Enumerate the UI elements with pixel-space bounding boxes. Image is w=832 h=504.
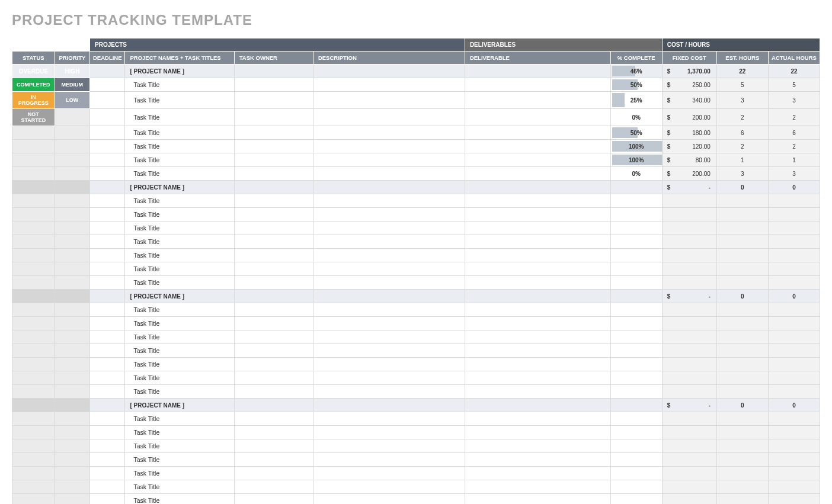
- actual-hours-cell[interactable]: [768, 303, 820, 317]
- actual-hours-cell[interactable]: [768, 439, 820, 453]
- task-owner-cell[interactable]: [234, 276, 313, 290]
- priority-cell[interactable]: [55, 194, 89, 208]
- task-owner-cell[interactable]: [234, 344, 313, 358]
- description-cell[interactable]: [313, 317, 465, 330]
- pct-complete-cell[interactable]: [610, 208, 662, 221]
- status-cell[interactable]: [12, 208, 55, 221]
- status-cell[interactable]: [12, 399, 55, 412]
- status-cell[interactable]: [12, 303, 55, 317]
- priority-cell[interactable]: [55, 181, 89, 194]
- pct-complete-cell[interactable]: [610, 358, 662, 371]
- pct-complete-cell[interactable]: 100%: [610, 140, 662, 153]
- task-title-cell[interactable]: Task Title: [125, 78, 234, 92]
- deliverable-cell[interactable]: [465, 167, 610, 181]
- description-cell[interactable]: [313, 358, 465, 371]
- deadline-cell[interactable]: [90, 208, 125, 221]
- actual-hours-cell[interactable]: [768, 221, 820, 235]
- actual-hours-cell[interactable]: [768, 235, 820, 249]
- deliverable-cell[interactable]: [465, 344, 610, 358]
- fixed-cost-cell[interactable]: [662, 276, 716, 290]
- task-owner-cell[interactable]: [234, 249, 313, 262]
- description-cell[interactable]: [313, 303, 465, 317]
- fixed-cost-cell[interactable]: [662, 494, 716, 505]
- est-hours-cell[interactable]: [716, 358, 768, 371]
- deliverable-cell[interactable]: [465, 249, 610, 262]
- deliverable-cell[interactable]: [465, 78, 610, 92]
- fixed-cost-cell[interactable]: $200.00: [662, 109, 716, 126]
- deliverable-cell[interactable]: [465, 426, 610, 439]
- actual-hours-cell[interactable]: 2: [768, 109, 820, 126]
- est-hours-cell[interactable]: [716, 480, 768, 494]
- deadline-cell[interactable]: [90, 303, 125, 317]
- actual-hours-cell[interactable]: [768, 412, 820, 426]
- deadline-cell[interactable]: [90, 65, 125, 78]
- deadline-cell[interactable]: [90, 235, 125, 249]
- fixed-cost-cell[interactable]: [662, 426, 716, 439]
- priority-cell[interactable]: [55, 126, 89, 140]
- task-title-cell[interactable]: Task Title: [125, 249, 234, 262]
- description-cell[interactable]: [313, 140, 465, 153]
- task-owner-cell[interactable]: [234, 208, 313, 221]
- col-deliverable[interactable]: DELIVERABLE: [465, 52, 610, 65]
- actual-hours-cell[interactable]: [768, 358, 820, 371]
- deliverable-cell[interactable]: [465, 453, 610, 467]
- description-cell[interactable]: [313, 399, 465, 412]
- est-hours-cell[interactable]: [716, 303, 768, 317]
- deadline-cell[interactable]: [90, 453, 125, 467]
- task-owner-cell[interactable]: [234, 78, 313, 92]
- task-owner-cell[interactable]: [234, 290, 313, 303]
- pct-complete-cell[interactable]: [610, 439, 662, 453]
- deliverable-cell[interactable]: [465, 467, 610, 480]
- deliverable-cell[interactable]: [465, 235, 610, 249]
- actual-hours-cell[interactable]: 3: [768, 92, 820, 109]
- priority-pill-high[interactable]: HIGH: [55, 65, 89, 78]
- status-cell[interactable]: [12, 181, 55, 194]
- deliverable-cell[interactable]: [465, 92, 610, 109]
- task-title-cell[interactable]: Task Title: [125, 221, 234, 235]
- status-cell[interactable]: [12, 494, 55, 505]
- task-owner-cell[interactable]: [234, 358, 313, 371]
- deadline-cell[interactable]: [90, 439, 125, 453]
- status-cell[interactable]: [12, 412, 55, 426]
- priority-cell[interactable]: [55, 140, 89, 153]
- pct-complete-cell[interactable]: [610, 194, 662, 208]
- deadline-cell[interactable]: [90, 344, 125, 358]
- priority-cell[interactable]: [55, 317, 89, 330]
- deadline-cell[interactable]: [90, 399, 125, 412]
- priority-cell[interactable]: [55, 412, 89, 426]
- status-cell[interactable]: [12, 439, 55, 453]
- task-title-cell[interactable]: Task Title: [125, 140, 234, 153]
- pct-complete-cell[interactable]: [610, 399, 662, 412]
- status-cell[interactable]: [12, 480, 55, 494]
- fixed-cost-cell[interactable]: [662, 249, 716, 262]
- task-title-cell[interactable]: Task Title: [125, 109, 234, 126]
- task-owner-cell[interactable]: [234, 181, 313, 194]
- status-cell[interactable]: [12, 262, 55, 276]
- est-hours-cell[interactable]: 5: [716, 78, 768, 92]
- task-title-cell[interactable]: Task Title: [125, 317, 234, 330]
- deliverable-cell[interactable]: [465, 153, 610, 167]
- fixed-cost-cell[interactable]: $1,370.00: [662, 65, 716, 78]
- priority-cell[interactable]: [55, 371, 89, 385]
- col-pct[interactable]: % COMPLETE: [610, 52, 662, 65]
- actual-hours-cell[interactable]: [768, 344, 820, 358]
- task-title-cell[interactable]: Task Title: [125, 412, 234, 426]
- description-cell[interactable]: [313, 480, 465, 494]
- actual-hours-cell[interactable]: [768, 262, 820, 276]
- deadline-cell[interactable]: [90, 262, 125, 276]
- description-cell[interactable]: [313, 276, 465, 290]
- description-cell[interactable]: [313, 330, 465, 344]
- status-cell[interactable]: [12, 194, 55, 208]
- fixed-cost-cell[interactable]: [662, 358, 716, 371]
- actual-hours-cell[interactable]: 5: [768, 78, 820, 92]
- deadline-cell[interactable]: [90, 276, 125, 290]
- actual-hours-cell[interactable]: [768, 330, 820, 344]
- task-title-cell[interactable]: Task Title: [125, 467, 234, 480]
- est-hours-cell[interactable]: [716, 330, 768, 344]
- task-owner-cell[interactable]: [234, 480, 313, 494]
- priority-cell[interactable]: [55, 439, 89, 453]
- task-title-cell[interactable]: Task Title: [125, 167, 234, 181]
- status-cell[interactable]: [12, 126, 55, 140]
- pct-complete-cell[interactable]: [610, 181, 662, 194]
- task-owner-cell[interactable]: [234, 65, 313, 78]
